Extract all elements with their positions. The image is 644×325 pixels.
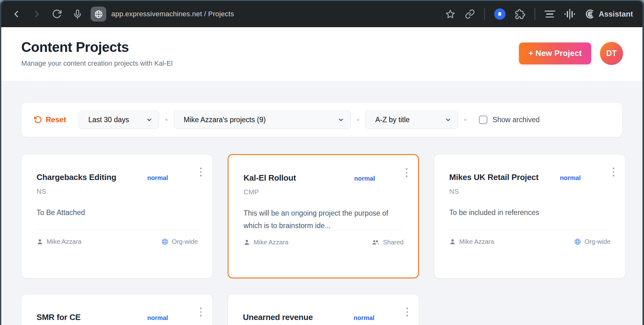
new-project-button[interactable]: + New Project xyxy=(519,42,591,64)
toolbar-divider xyxy=(484,8,485,20)
project-card-selected[interactable]: Kal-El Rollout normal CMP This will be a… xyxy=(228,154,419,278)
project-title: SMR for CE xyxy=(37,311,147,323)
puzzle-extensions-icon[interactable] xyxy=(515,9,525,19)
card-menu-button[interactable] xyxy=(405,306,410,318)
show-archived-label: Show archived xyxy=(492,116,540,124)
status-badge: normal xyxy=(354,175,375,182)
project-title: Mikes UK Retail Project xyxy=(449,171,560,183)
project-visibility: Org-wide xyxy=(585,238,611,245)
project-owner: Mike Azzara xyxy=(254,238,289,246)
card-divider xyxy=(244,230,404,230)
project-visibility: Shared xyxy=(383,238,404,246)
project-description: To be included in references xyxy=(449,206,611,219)
date-range-dropdown[interactable]: Last 30 days xyxy=(78,111,159,129)
mic-icon[interactable] xyxy=(73,9,83,19)
globe-icon xyxy=(94,10,103,19)
owner-filter-dropdown[interactable]: Mike Azzara's projects (9) xyxy=(174,111,351,129)
project-owner: Mike Azzara xyxy=(459,238,494,245)
project-description: This will be an ongoing project the purp… xyxy=(244,207,404,232)
browser-window: app.expressivemachines.net / Projects xyxy=(0,0,644,325)
people-icon xyxy=(372,239,380,246)
project-title: Kal-El Rollout xyxy=(244,172,354,184)
forward-icon[interactable] xyxy=(32,9,41,19)
sort-dropdown[interactable]: A-Z by title xyxy=(365,111,458,129)
refresh-icon[interactable] xyxy=(52,9,62,19)
card-divider xyxy=(37,229,198,230)
page-header: Content Projects Manage your content cre… xyxy=(1,27,642,82)
bookmark-icon xyxy=(497,12,502,17)
card-menu-button[interactable] xyxy=(611,166,616,178)
chevron-down-icon xyxy=(146,117,153,123)
project-card[interactable]: Unearned revenue normal xyxy=(228,294,419,325)
page-title: Content Projects xyxy=(21,39,173,55)
projects-grid: Chargebacks Editing normal NS To Be Atta… xyxy=(21,154,622,325)
status-badge: normal xyxy=(147,174,168,182)
card-menu-button[interactable] xyxy=(199,306,203,318)
status-badge: normal xyxy=(147,314,168,322)
chevron-down-icon xyxy=(445,117,451,123)
status-badge: normal xyxy=(560,174,581,182)
person-icon xyxy=(244,239,250,246)
browser-toolbar: app.expressivemachines.net / Projects xyxy=(1,1,642,27)
page-subtitle: Manage your content creation projects wi… xyxy=(21,59,173,68)
assistant-label: Assistant xyxy=(599,10,633,18)
comet-swirl-icon xyxy=(584,9,595,19)
link-icon[interactable] xyxy=(465,9,475,19)
globe-icon xyxy=(161,238,169,245)
person-icon xyxy=(449,238,456,245)
site-globe-badge[interactable] xyxy=(91,7,106,22)
card-menu-button[interactable] xyxy=(199,166,203,178)
status-badge: normal xyxy=(354,314,375,322)
back-icon[interactable] xyxy=(12,9,21,19)
project-subtitle: NS xyxy=(37,188,198,196)
project-owner: Mike Azzara xyxy=(47,238,82,245)
reset-filters-button[interactable]: Reset xyxy=(34,115,66,124)
user-avatar[interactable]: DT xyxy=(600,42,623,65)
card-menu-button[interactable] xyxy=(405,167,409,178)
assistant-button[interactable]: Assistant xyxy=(584,9,633,19)
toolbar-divider xyxy=(535,8,535,20)
person-icon xyxy=(37,238,43,245)
rotate-ccw-icon xyxy=(34,116,42,124)
project-card[interactable]: SMR for CE normal xyxy=(21,294,213,325)
project-title: Chargebacks Editing xyxy=(37,171,147,183)
voice-wave-icon[interactable] xyxy=(565,9,575,19)
globe-icon xyxy=(574,238,581,245)
star-icon[interactable] xyxy=(445,9,455,19)
dot-separator xyxy=(165,119,168,121)
main-content: Reset Last 30 days Mike Azzara's project… xyxy=(1,82,642,325)
dot-separator xyxy=(464,119,466,121)
bookmark-button[interactable] xyxy=(494,8,506,20)
project-title: Unearned revenue xyxy=(243,311,354,323)
filter-bar: Reset Last 30 days Mike Azzara's project… xyxy=(21,102,622,137)
project-subtitle: CMP xyxy=(244,188,404,196)
reset-label: Reset xyxy=(46,115,66,124)
reading-list-icon[interactable] xyxy=(545,11,555,18)
dot-separator xyxy=(357,119,359,121)
chevron-down-icon xyxy=(338,117,344,123)
card-divider xyxy=(449,229,611,230)
project-visibility: Org-wide xyxy=(172,238,198,245)
project-card[interactable]: Mikes UK Retail Project normal NS To be … xyxy=(434,154,625,278)
project-subtitle: NS xyxy=(449,188,611,196)
address-bar[interactable]: app.expressivemachines.net / Projects xyxy=(111,10,234,18)
show-archived-checkbox[interactable] xyxy=(479,116,487,124)
project-description: To Be Attached xyxy=(37,206,198,219)
project-card[interactable]: Chargebacks Editing normal NS To Be Atta… xyxy=(21,154,213,278)
